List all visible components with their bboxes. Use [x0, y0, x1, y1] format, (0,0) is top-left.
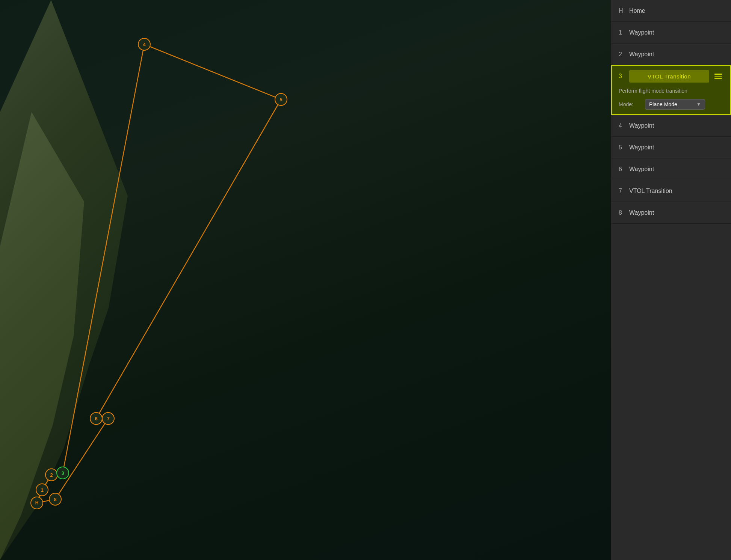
sidebar-item-home[interactable]: H Home [611, 0, 731, 22]
svg-line-3 [63, 44, 144, 473]
marker-1[interactable]: 1 [36, 483, 48, 496]
sidebar-item-4[interactable]: 4 Waypoint [611, 115, 731, 137]
mode-select[interactable]: Plane Mode ▼ [645, 99, 705, 110]
mode-row: Mode: Plane Mode ▼ [619, 97, 723, 114]
sidebar-item-3-description: Perform flight mode transition [619, 86, 723, 97]
sidebar-item-4-label: Waypoint [629, 122, 654, 129]
mode-value: Plane Mode [649, 101, 693, 107]
sidebar-item-7[interactable]: 7 VTOL Transition [611, 180, 731, 202]
menu-icon[interactable] [713, 72, 723, 80]
sidebar-item-6[interactable]: 6 Waypoint [611, 158, 731, 180]
sidebar-item-6-label: Waypoint [629, 166, 654, 173]
sidebar-item-8-num: 8 [619, 209, 629, 216]
sidebar-item-5[interactable]: 5 Waypoint [611, 137, 731, 158]
sidebar-item-8-label: Waypoint [629, 209, 654, 216]
svg-line-5 [96, 99, 281, 418]
sidebar-item-home-label: Home [629, 8, 645, 14]
sidebar-item-4-num: 4 [619, 122, 629, 129]
marker-3[interactable]: 3 [56, 467, 69, 479]
marker-5[interactable]: 5 [275, 93, 287, 106]
marker-7[interactable]: 7 [102, 412, 115, 425]
sidebar-item-6-num: 6 [619, 166, 629, 173]
chevron-down-icon: ▼ [696, 102, 701, 107]
sidebar-item-7-label: VTOL Transition [629, 188, 672, 194]
sidebar-item-1[interactable]: 1 Waypoint [611, 22, 731, 44]
marker-home[interactable]: H [30, 497, 43, 509]
svg-line-4 [144, 44, 281, 99]
sidebar-item-2-label: Waypoint [629, 51, 654, 58]
marker-8[interactable]: 8 [49, 493, 62, 506]
marker-4[interactable]: 4 [138, 38, 151, 51]
marker-6[interactable]: 6 [90, 412, 103, 425]
sidebar-item-1-label: Waypoint [629, 29, 654, 36]
sidebar-item-3[interactable]: 3 VTOL Transition Perform flight mode tr… [611, 65, 731, 115]
svg-line-7 [55, 418, 108, 499]
map-area[interactable]: H 1 2 3 4 5 6 7 8 [0, 0, 611, 560]
sidebar-item-7-num: 7 [619, 188, 629, 194]
mode-label: Mode: [619, 101, 645, 107]
marker-2[interactable]: 2 [45, 468, 58, 481]
route-svg [0, 0, 611, 560]
sidebar-item-3-title: VTOL Transition [629, 70, 709, 83]
sidebar-item-2[interactable]: 2 Waypoint [611, 44, 731, 65]
sidebar-item-home-num: H [619, 8, 629, 14]
sidebar-item-2-num: 2 [619, 51, 629, 58]
sidebar-item-1-num: 1 [619, 29, 629, 36]
sidebar-item-3-num: 3 [619, 73, 629, 80]
sidebar-item-8[interactable]: 8 Waypoint [611, 202, 731, 224]
sidebar-item-5-label: Waypoint [629, 144, 654, 151]
sidebar-item-5-num: 5 [619, 144, 629, 151]
sidebar: H Home 1 Waypoint 2 Waypoint 3 VTOL Tran… [611, 0, 731, 560]
